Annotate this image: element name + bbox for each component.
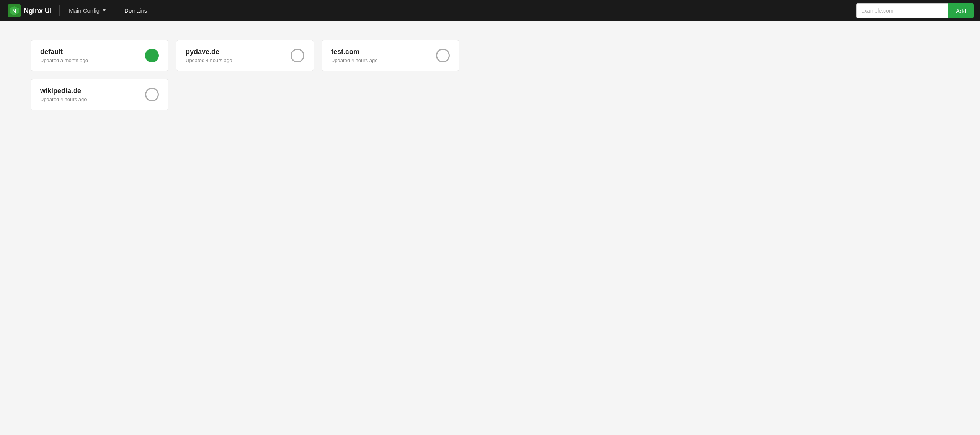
status-inactive-icon (145, 88, 159, 101)
domain-info: wikipedia.deUpdated 4 hours ago (40, 87, 87, 102)
domain-card[interactable]: pydave.deUpdated 4 hours ago (176, 40, 314, 71)
nginx-logo-icon: N (8, 4, 21, 17)
search-area: Add (856, 3, 974, 18)
domains-grid: defaultUpdated a month agopydave.deUpdat… (31, 40, 475, 110)
domain-updated: Updated 4 hours ago (40, 96, 87, 102)
add-domain-button[interactable]: Add (948, 3, 974, 18)
domain-updated: Updated a month ago (40, 57, 88, 63)
domain-updated: Updated 4 hours ago (186, 57, 232, 63)
navbar: N Nginx UI Main Config Domains Add (0, 0, 980, 21)
domain-info: defaultUpdated a month ago (40, 48, 88, 63)
brand-logo[interactable]: N Nginx UI (6, 4, 58, 17)
domain-info: pydave.deUpdated 4 hours ago (186, 48, 232, 63)
domain-card[interactable]: test.comUpdated 4 hours ago (322, 40, 459, 71)
domain-name: pydave.de (186, 48, 232, 56)
main-content: defaultUpdated a month agopydave.deUpdat… (0, 21, 980, 129)
main-config-label: Main Config (69, 7, 100, 14)
nav-divider (59, 5, 60, 16)
domains-label: Domains (124, 7, 147, 14)
status-inactive-icon (291, 49, 304, 62)
domain-name: test.com (331, 48, 377, 56)
domain-name: wikipedia.de (40, 87, 87, 95)
status-active-icon (145, 49, 159, 62)
domain-info: test.comUpdated 4 hours ago (331, 48, 377, 63)
domain-name: default (40, 48, 88, 56)
status-inactive-icon (436, 49, 450, 62)
nav-main-config[interactable]: Main Config (61, 0, 113, 21)
svg-text:N: N (12, 8, 16, 14)
domain-search-input[interactable] (856, 3, 948, 18)
domain-card[interactable]: wikipedia.deUpdated 4 hours ago (31, 79, 168, 110)
nav-divider-2 (115, 5, 115, 16)
nav-domains[interactable]: Domains (117, 0, 155, 21)
main-config-chevron-icon (103, 9, 106, 11)
brand-name: Nginx UI (24, 7, 52, 15)
domain-card[interactable]: defaultUpdated a month ago (31, 40, 168, 71)
domain-updated: Updated 4 hours ago (331, 57, 377, 63)
